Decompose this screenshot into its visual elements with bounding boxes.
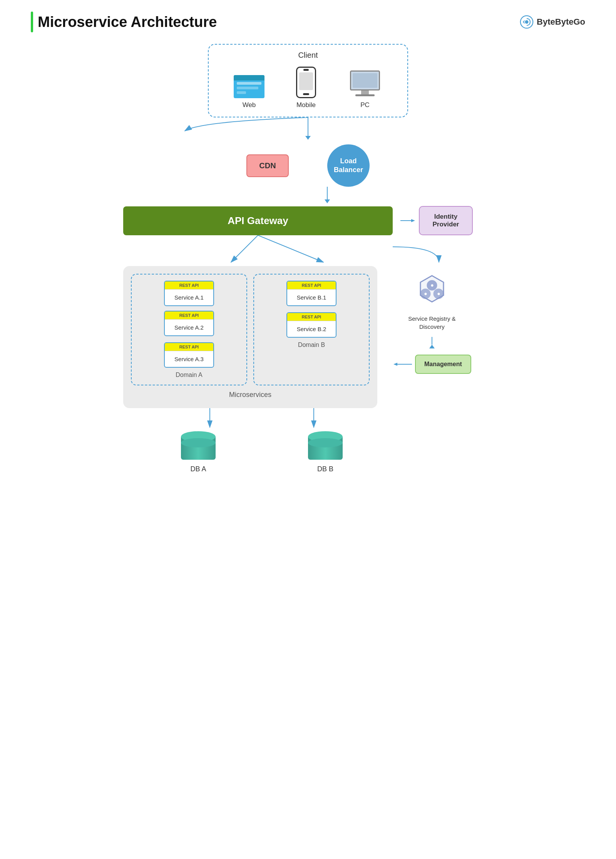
service-a1-card: REST API Service A.1 [164, 281, 214, 306]
db-b-label: DB B [317, 465, 333, 473]
domain-b-box: REST API Service B.1 REST API Service B.… [253, 274, 370, 385]
db-a-cylinder [181, 431, 216, 462]
title-area: Microservice Architecture [31, 12, 217, 32]
domain-b-label: Domain B [260, 342, 363, 348]
api-gateway-row: API Gateway IdentityProvider [123, 206, 493, 235]
microservices-label: Microservices [131, 391, 370, 400]
svg-text:⬢: ⬢ [437, 292, 440, 296]
service-a1-header: REST API [165, 281, 213, 290]
pc-icon [348, 70, 382, 98]
microservices-outer: REST API Service A.1 REST API Service A.… [123, 266, 377, 408]
page-header: Microservice Architecture ByteByteGo [31, 12, 585, 32]
svg-marker-16 [393, 363, 397, 366]
svg-text:⬢: ⬢ [424, 292, 427, 296]
service-b2-name: Service B.2 [287, 321, 336, 337]
pc-label: PC [360, 101, 370, 109]
logo-text: ByteByteGo [537, 17, 585, 27]
service-registry-icon: ⬢ ⬢ ⬢ [415, 274, 449, 308]
service-registry-label: Service Registry &Discovery [408, 315, 455, 331]
service-a3-name: Service A.3 [165, 351, 213, 367]
page-title: Microservice Architecture [38, 14, 217, 30]
db-a-item: DB A [181, 431, 216, 473]
service-b2-card: REST API Service B.2 [286, 312, 336, 338]
domains-row: REST API Service A.1 REST API Service A.… [131, 274, 370, 385]
identity-provider-box: IdentityProvider [419, 206, 473, 235]
identity-arrow [400, 217, 416, 224]
web-label: Web [243, 101, 256, 109]
service-a2-header: REST API [165, 311, 213, 320]
client-box: Client Web [208, 44, 408, 117]
svg-point-1 [525, 20, 529, 24]
db-b-cylinder [308, 431, 343, 462]
client-item-pc: PC [348, 70, 382, 109]
domain-a-box: REST API Service A.1 REST API Service A.… [131, 274, 247, 385]
svg-marker-4 [411, 219, 415, 222]
service-a3-card: REST API Service A.3 [164, 342, 214, 368]
svg-text:⬢: ⬢ [430, 284, 433, 287]
api-gateway-box: API Gateway [123, 206, 393, 235]
load-balancer-circle: LoadBalancer [327, 144, 370, 187]
management-box: Management [415, 355, 471, 374]
service-to-db-arrows [123, 408, 493, 431]
cdn-box: CDN [246, 154, 289, 177]
service-b1-name: Service B.1 [287, 290, 336, 305]
cdn-arrow-svg [123, 117, 493, 144]
title-bar-decoration [31, 12, 33, 32]
service-a1-name: Service A.1 [165, 290, 213, 305]
domain-a-label: Domain A [138, 372, 240, 378]
management-arrow [393, 360, 412, 368]
databases-row: DB A DB B [123, 431, 493, 473]
service-b1-card: REST API Service B.1 [286, 281, 336, 306]
client-label: Client [218, 51, 398, 60]
load-balancer-label: LoadBalancer [334, 157, 363, 175]
logo-area: ByteByteGo [520, 15, 585, 29]
db-a-label: DB A [190, 465, 206, 473]
service-b1-header: REST API [287, 281, 336, 290]
identity-provider-label: IdentityProvider [433, 213, 459, 228]
web-icon [234, 75, 264, 98]
service-a2-card: REST API Service A.2 [164, 311, 214, 336]
service-a2-name: Service A.2 [165, 320, 213, 335]
client-item-mobile: Mobile [296, 67, 316, 109]
bytebyteGo-logo-icon [520, 15, 534, 29]
gateway-to-services-arrows [123, 235, 493, 266]
service-b2-header: REST API [287, 313, 336, 321]
db-b-item: DB B [308, 431, 343, 473]
mobile-icon [296, 67, 316, 98]
client-item-web: Web [234, 75, 264, 109]
client-icons: Web Mobile [218, 67, 398, 109]
service-registry-area: ⬢ ⬢ ⬢ Service Registry &Discovery [393, 266, 471, 374]
mobile-label: Mobile [296, 101, 316, 109]
service-a3-header: REST API [165, 343, 213, 351]
load-balancer-container: LoadBalancer [327, 144, 370, 187]
